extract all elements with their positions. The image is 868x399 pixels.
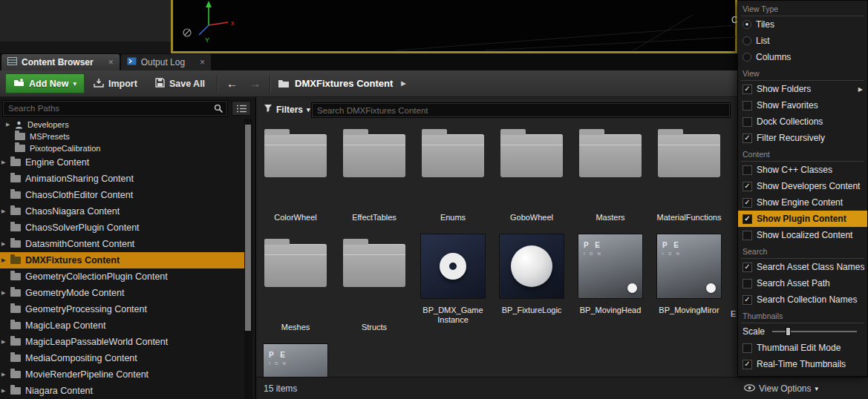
asset-search-input[interactable]	[313, 104, 729, 116]
menu-item-show-favorites[interactable]: Show Favorites	[738, 97, 867, 113]
menu-item-thumbnail-scale: Scale	[738, 323, 867, 340]
viewport-grid-lines	[173, 0, 737, 52]
scrollbar-thumb[interactable]	[245, 125, 251, 331]
forward-button[interactable]: →	[244, 77, 267, 90]
thumbnail-scale-slider[interactable]	[772, 331, 857, 332]
tree-item-animationsharing-content[interactable]: AnimationSharing Content	[0, 171, 244, 187]
tile-label: Meshes	[260, 323, 331, 332]
expander-icon[interactable]: ▶	[1, 388, 10, 394]
tree-item-chaossolverplugin-content[interactable]: ChaosSolverPlugin Content	[0, 220, 244, 236]
tree-item-mediacompositing-content[interactable]: MediaCompositing Content	[0, 350, 244, 366]
tab-output-log[interactable]: Output Log ×	[121, 54, 211, 70]
menu-item-label: Show Plugin Content	[757, 214, 846, 224]
menu-item-columns[interactable]: Columns	[738, 49, 867, 65]
menu-item-label: Search Asset Class Names	[757, 262, 864, 272]
menu-item-show-folders[interactable]: ✓ Show Folders ▶	[738, 81, 867, 97]
tree-item-mspresets[interactable]: MSPresets	[0, 131, 244, 142]
expander-icon[interactable]: ▶	[1, 159, 10, 165]
tile-label: Enums	[417, 213, 489, 222]
folder-tile-structs[interactable]: Structs	[339, 232, 410, 342]
tree-item-magicleappassableworld-content[interactable]: ▶ MagicLeapPassableWorld Content	[0, 334, 244, 350]
folder-icon	[10, 273, 21, 280]
import-button[interactable]: Import	[85, 73, 146, 95]
radio-icon: ●	[743, 20, 751, 29]
sources-view-toggle-button[interactable]	[232, 101, 251, 116]
menu-item-search-collection-names[interactable]: ✓ Search Collection Names	[738, 291, 867, 308]
folder-icon	[10, 387, 21, 395]
slider-handle[interactable]	[786, 327, 791, 336]
asset-tile-bp-movinghead[interactable]: P E I O N BP_MovingHead	[575, 232, 646, 342]
menu-item-show-plugin-content[interactable]: ✓ Show Plugin Content	[738, 211, 867, 227]
asset-tile-partially-visible[interactable]: P E I O N	[260, 342, 331, 377]
menu-item-show-localized-content[interactable]: Show Localized Content	[738, 227, 867, 243]
tree-item-developers[interactable]: ▶ Developers	[0, 119, 244, 131]
folder-tile-meshes[interactable]: Meshes	[260, 232, 331, 342]
unreal-editor-window: x Y C Content Browser × Output Log ×	[0, 0, 868, 399]
close-icon[interactable]: ×	[108, 57, 114, 67]
save-all-button[interactable]: Save All	[146, 73, 214, 95]
expander-icon[interactable]: ▶	[1, 339, 10, 345]
filters-button[interactable]: Filters ▾	[264, 104, 310, 115]
tree-item-label: ChaosSolverPlugin Content	[25, 222, 140, 233]
asset-tile-bp-movingmiror[interactable]: P E I O N BP_MovingMiror	[653, 232, 725, 342]
tree-item-dmxfixtures-content[interactable]: ▶ DMXFixtures Content	[0, 252, 244, 268]
folder-tile-enums[interactable]: Enums	[417, 122, 489, 232]
menu-item-list[interactable]: List	[738, 33, 867, 49]
tree-item-geometrymode-content[interactable]: ▶ GeometryMode Content	[0, 285, 244, 301]
folder-tile-gobowheel[interactable]: GoboWheel	[496, 122, 567, 232]
expander-icon[interactable]: ▶	[1, 208, 10, 214]
menu-section-search: Search	[741, 243, 864, 259]
folder-tile-colorwheel[interactable]: ColorWheel	[260, 122, 331, 232]
tree-scrollbar[interactable]	[244, 119, 252, 399]
tree-item-geometrycollectionplugin-content[interactable]: GeometryCollectionPlugin Content	[0, 268, 244, 285]
menu-item-filter-recursively[interactable]: ✓ Filter Recursively	[738, 130, 867, 146]
menu-item-show-developers-content[interactable]: ✓ Show Developers Content	[738, 178, 867, 194]
menu-item-thumbnail-edit-mode[interactable]: Thumbnail Edit Mode	[738, 340, 867, 356]
tree-item-niagara-content[interactable]: ▶ Niagara Content	[0, 383, 244, 399]
asset-tile-bp-dmx-gameinstance[interactable]: BP_DMX_Game Instance	[417, 232, 489, 342]
expander-icon[interactable]: ▶	[6, 122, 15, 128]
tree-item-geometryprocessing-content[interactable]: GeometryProcessing Content	[0, 301, 244, 317]
tree-item-chaosniagara-content[interactable]: ▶ ChaosNiagara Content	[0, 203, 244, 220]
radio-icon	[743, 53, 751, 62]
expander-icon[interactable]: ▶	[1, 372, 10, 377]
breadcrumb-label: DMXFixtures Content	[295, 78, 393, 89]
menu-item-show-cpp-classes[interactable]: Show C++ Classes	[738, 162, 867, 178]
tab-content-browser[interactable]: Content Browser ×	[1, 54, 120, 70]
breadcrumb[interactable]: DMXFixtures Content ▶	[278, 78, 405, 90]
tree-item-label: GeometryMode Content	[25, 288, 124, 298]
tree-item-magicleap-content[interactable]: MagicLeap Content	[0, 317, 244, 334]
add-new-button[interactable]: Add New ▾	[5, 73, 85, 93]
menu-item-label: Columns	[756, 52, 791, 62]
tree-item-chaosclotheditor-content[interactable]: ChaosClothEditor Content	[0, 187, 244, 203]
checkbox-icon: ✓	[743, 133, 752, 143]
view-options-button[interactable]: View Options ▾	[744, 383, 818, 394]
folder-tile-effecttables[interactable]: EffectTables	[339, 122, 410, 232]
tree-item-label: MovieRenderPipeline Content	[25, 369, 149, 380]
tree-item-pixotopecalibration[interactable]: PixotopeCalibration	[0, 142, 244, 154]
tree-item-movierenderpipeline-content[interactable]: ▶ MovieRenderPipeline Content	[0, 366, 244, 383]
tree-item-datasmithcontent-content[interactable]: ▶ DatasmithContent Content	[0, 236, 244, 252]
menu-item-tiles[interactable]: ● Tiles	[738, 16, 867, 33]
clipped-tile-label: E	[731, 309, 736, 318]
tree-item-engine-content[interactable]: ▶ Engine Content	[0, 154, 244, 171]
menu-item-search-asset-path[interactable]: Search Asset Path	[738, 275, 867, 291]
back-button[interactable]: ←	[221, 77, 244, 90]
tree-item-label: Developers	[27, 120, 69, 129]
menu-item-search-asset-class-names[interactable]: ✓ Search Asset Class Names	[738, 259, 867, 275]
expander-icon[interactable]: ▶	[1, 241, 10, 247]
asset-tile-bp-fixturelogic[interactable]: BP_FixtureLogic	[496, 232, 567, 342]
chevron-right-icon[interactable]: ▶	[401, 80, 405, 87]
folder-tile-masters[interactable]: Masters	[575, 122, 646, 232]
close-icon[interactable]: ×	[200, 57, 205, 67]
level-viewport[interactable]: x Y C	[171, 0, 737, 53]
menu-item-real-time-thumbnails[interactable]: ✓ Real-Time Thumbnails	[738, 356, 867, 372]
menu-item-show-engine-content[interactable]: ✓ Show Engine Content	[738, 194, 867, 211]
menu-item-label: Show Developers Content	[757, 181, 860, 191]
expander-icon[interactable]: ▶	[1, 257, 10, 263]
search-paths-input[interactable]	[4, 102, 226, 115]
menu-item-dock-collections[interactable]: Dock Collections	[738, 113, 867, 130]
expander-icon[interactable]: ▶	[1, 290, 10, 296]
folder-tile-materialfunctions[interactable]: MaterialFunctions	[653, 122, 725, 232]
tree-item-label: MediaCompositing Content	[25, 353, 137, 363]
